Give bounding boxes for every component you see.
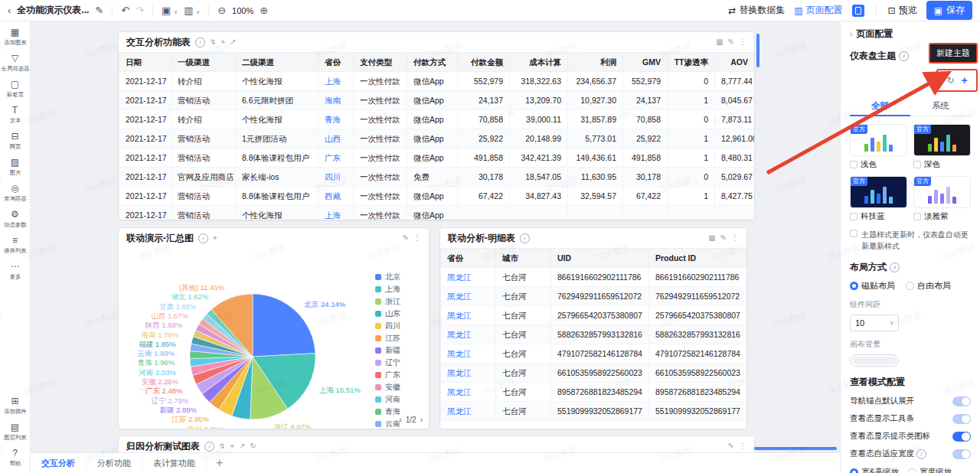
export-icon[interactable]: ↗ <box>239 442 245 450</box>
column-header[interactable]: 日期 <box>119 53 172 72</box>
sidebar-item-web-page[interactable]: ⊟网页 <box>0 129 31 155</box>
layout-option-磁贴布局[interactable]: 磁贴布局 <box>850 280 895 292</box>
checkbox[interactable] <box>850 230 858 237</box>
dashboard-canvas[interactable]: 交互分析功能表 i ↯ ⌖ ↗ ▦ ✎ ⋮ 日期一级渠道二级渠道省份支付类型付款… <box>31 21 840 473</box>
table-cell[interactable]: 上海 <box>318 72 354 91</box>
page-tab-2[interactable]: 表计算功能 <box>142 453 207 473</box>
column-header[interactable]: 省份 <box>318 53 354 72</box>
info-icon[interactable]: i <box>890 263 900 272</box>
theme-tab-0[interactable]: 全部 <box>850 96 910 116</box>
sidebar-item-help[interactable]: ?帮助 <box>0 445 31 471</box>
card-interactive-table[interactable]: 交互分析功能表 i ↯ ⌖ ↗ ▦ ✎ ⋮ 日期一级渠道二级渠道省份支付类型付款… <box>119 32 754 220</box>
table-row[interactable]: 黑龙江七台河8958726881823485294895872688182348… <box>441 383 747 402</box>
legend-item[interactable]: 四川 <box>375 320 423 332</box>
table-cell[interactable]: 黑龙江 <box>441 287 496 306</box>
sidebar-item-add-plugin[interactable]: ⊞添加插件 <box>0 393 31 419</box>
toggle-switch[interactable] <box>952 432 971 442</box>
column-header[interactable]: 二级渠道 <box>236 53 318 72</box>
table-row[interactable]: 黑龙江七台河5882632857993132816588263285799313… <box>441 325 747 344</box>
zoom-out-button[interactable]: ⊖ <box>217 5 226 15</box>
toggle-switch[interactable] <box>952 449 971 459</box>
column-header[interactable]: Product ID <box>649 249 747 268</box>
legend-prev-icon[interactable]: ‹ <box>399 416 401 424</box>
checkbox[interactable] <box>913 161 921 168</box>
replace-dataset-button[interactable]: ⇄替换数据集 <box>728 4 785 17</box>
grid-view-icon[interactable]: ▦ <box>716 38 723 46</box>
table-cell[interactable]: 四川 <box>318 168 354 187</box>
column-header[interactable]: 省份 <box>441 249 496 268</box>
column-header[interactable]: 利润 <box>568 53 623 72</box>
table-row[interactable]: 2021-12-17营销活动8.8体验课程包用户广东一次性付款微信App491,… <box>119 148 755 168</box>
info-icon[interactable]: i <box>195 38 205 47</box>
table-row[interactable]: 2021-12-17转介绍个性化海报上海一次性付款微信App552,979318… <box>119 72 755 91</box>
table-row[interactable]: 黑龙江七台河2579665420375380807257966542037538… <box>441 306 747 325</box>
table-cell[interactable]: 黑龙江 <box>441 268 496 287</box>
sidebar-item-image[interactable]: ▨图片 <box>0 155 31 181</box>
page-tab-1[interactable]: 分析功能 <box>87 453 142 473</box>
table-cell[interactable]: 广东 <box>318 148 354 168</box>
theme-card-淡雅紫[interactable]: 官方淡雅紫 <box>913 176 971 222</box>
column-header[interactable]: TT渗透率 <box>668 53 715 72</box>
table-row[interactable]: 黑龙江七台河6610535958922560023661053595892256… <box>441 364 747 383</box>
table-row[interactable]: 2021-12-17营销活动8.8体验课程包用户西藏一次性付款微信App67,4… <box>119 187 755 206</box>
table-cell[interactable]: 黑龙江 <box>441 344 496 364</box>
checkbox[interactable] <box>850 161 858 168</box>
edit-chart-icon[interactable]: ✎ <box>728 442 734 450</box>
sidebar-item-text[interactable]: T文本 <box>0 103 31 129</box>
legend-item[interactable]: 广东 <box>375 369 423 381</box>
table-cell[interactable]: 黑龙江 <box>441 402 496 421</box>
export-icon[interactable]: ↗ <box>230 38 236 46</box>
sidebar-item-add-chart[interactable]: ▦添加图表 <box>0 24 31 51</box>
scale-option-宽&高缩放[interactable]: 宽&高缩放 <box>850 467 899 473</box>
page-tab-0[interactable]: 交互分析 <box>31 453 87 473</box>
more-icon[interactable]: ⋮ <box>413 234 421 242</box>
column-header[interactable]: 支付类型 <box>354 53 407 72</box>
table-cell[interactable]: 黑龙江 <box>441 364 496 383</box>
checkbox[interactable] <box>850 213 858 220</box>
snapshot-button[interactable]: ▥ ∨ <box>184 5 200 15</box>
column-header[interactable]: 付款方式 <box>407 53 458 72</box>
more-icon[interactable]: ⋮ <box>739 442 746 450</box>
table-row[interactable]: 2021-12-17官网及应用商店家长端-ios四川一次性付款免费30,1781… <box>119 168 755 187</box>
theme-card-浅色[interactable]: 官方浅色 <box>850 124 907 170</box>
grid-view-icon[interactable]: ▦ <box>708 234 715 242</box>
preview-button[interactable]: ⊡预览 <box>888 4 917 17</box>
canvas-bg-color-input[interactable] <box>850 354 899 367</box>
table-cell[interactable]: 黑龙江 <box>441 325 496 344</box>
info-icon[interactable]: i <box>198 233 208 243</box>
more-icon[interactable]: ⋮ <box>731 234 739 242</box>
table-row[interactable]: 黑龙江七台河5519099932052869177551909993205286… <box>441 402 747 421</box>
toggle-switch[interactable] <box>952 414 971 424</box>
column-header[interactable]: 付款金额 <box>458 53 510 72</box>
legend-next-icon[interactable]: › <box>420 416 423 424</box>
canvas-horizontal-scrollbar[interactable] <box>754 447 837 450</box>
spacing-select[interactable]: 10 ∨ <box>850 315 899 331</box>
theme-auto-update-row[interactable]: 主题样式更新时，仪表盘自动更新最新样式 <box>850 230 971 252</box>
info-icon[interactable]: i <box>899 51 909 61</box>
new-theme-button[interactable]: + <box>961 74 967 86</box>
redo-icon[interactable]: ↷ <box>136 5 144 15</box>
table-cell[interactable]: 西藏 <box>318 187 354 206</box>
card-pie-summary[interactable]: 联动演示-汇总图 i ⌖ ✎ ⋮ 北京上海浙江山东四川江苏新疆辽宁广东安徽河南青… <box>119 228 429 429</box>
legend-item[interactable]: 安徽 <box>375 381 423 393</box>
copy-component-button[interactable]: ▣ ∨ <box>162 5 178 15</box>
table-row[interactable]: 2021-12-17营销活动6.6元限时拼团海南一次性付款微信App24,137… <box>119 91 755 110</box>
sidebar-item-layer-list[interactable]: ▤图层列表 <box>0 419 31 445</box>
table-row[interactable]: 黑龙江七台河8661916602902111786866191660290211… <box>441 268 747 287</box>
legend-item[interactable]: 辽宁 <box>375 357 423 369</box>
edit-title-icon[interactable]: ✎ <box>95 5 103 15</box>
info-icon[interactable]: i <box>520 233 530 243</box>
sidebar-item-global-filter[interactable]: ▽全局筛选器 <box>0 51 31 77</box>
zoom-in-button[interactable]: ⊕ <box>260 5 268 15</box>
theme-card-深色[interactable]: 官方深色 <box>913 124 971 170</box>
more-icon[interactable]: ⋮ <box>739 38 746 46</box>
table-row[interactable]: 2021-12-17营销活动个性化海报上海一次性付款微信App <box>119 206 755 220</box>
back-icon[interactable]: ‹ <box>8 5 11 15</box>
legend-item[interactable]: 新疆 <box>375 344 423 357</box>
refresh-icon[interactable]: ↻ <box>250 442 256 450</box>
edit-chart-icon[interactable]: ✎ <box>720 234 727 242</box>
legend-item[interactable]: 江苏 <box>375 332 423 344</box>
table-cell[interactable]: 黑龙江 <box>441 383 496 402</box>
sidebar-item-tab-page[interactable]: ▢标签页 <box>0 77 31 103</box>
canvas-vertical-scrollbar[interactable] <box>756 34 760 67</box>
